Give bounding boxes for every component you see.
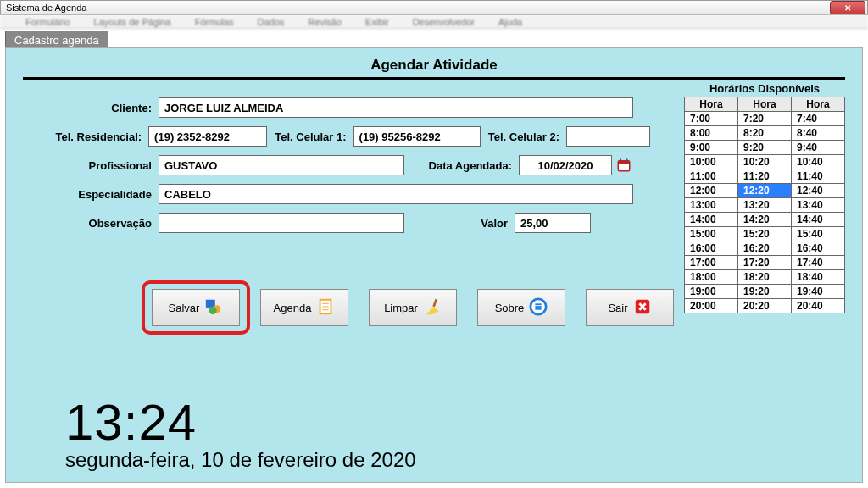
hours-cell[interactable]: 7:40 [792, 112, 845, 126]
hours-cell[interactable]: 14:40 [792, 213, 845, 227]
hours-cell[interactable]: 15:00 [685, 227, 738, 241]
label-tel-cel2: Tel. Celular 2: [481, 130, 566, 143]
hours-cell[interactable]: 16:00 [685, 241, 738, 256]
hours-cell[interactable]: 17:00 [685, 256, 738, 270]
clock-date: segunda-feira, 10 de fevereiro de 2020 [65, 448, 416, 472]
input-cliente[interactable] [159, 97, 633, 118]
agenda-button[interactable]: Agenda [260, 289, 348, 326]
label-profissional: Profissional [31, 159, 159, 172]
svg-rect-2 [620, 159, 622, 163]
hours-cell[interactable]: 8:00 [685, 126, 738, 141]
hours-cell[interactable]: 12:00 [685, 184, 738, 198]
limpar-button[interactable]: Limpar [369, 289, 457, 326]
hours-cell[interactable]: 20:40 [792, 299, 845, 313]
hours-cell[interactable]: 17:40 [792, 256, 845, 270]
hours-cell[interactable]: 19:40 [792, 285, 845, 299]
hours-cell[interactable]: 10:20 [738, 155, 792, 169]
exit-icon [633, 297, 652, 319]
input-tel-res[interactable] [148, 126, 267, 147]
limpar-label: Limpar [384, 302, 418, 314]
hours-table[interactable]: Hora Hora Hora 7:007:207:408:008:208:409… [684, 97, 845, 313]
svg-rect-1 [618, 161, 630, 164]
hours-cell[interactable]: 15:20 [738, 227, 792, 241]
hours-cell[interactable]: 18:00 [685, 270, 738, 285]
hours-cell[interactable]: 9:20 [738, 141, 792, 155]
calendar-icon[interactable] [615, 157, 632, 174]
label-tel-res: Tel. Residencial: [31, 130, 148, 143]
button-row: Salvar Agenda Limpar Sobre Sair [152, 289, 674, 326]
clock-widget: 13:24 segunda-feira, 10 de fevereiro de … [65, 393, 416, 472]
hours-cell[interactable]: 9:40 [792, 141, 845, 155]
label-especialidade: Especialidade [31, 188, 159, 201]
input-observacao[interactable] [159, 213, 404, 233]
input-data-agendada[interactable] [519, 155, 612, 175]
hours-cell[interactable]: 7:20 [738, 112, 792, 126]
input-profissional[interactable] [159, 155, 404, 175]
hours-cell[interactable]: 20:00 [685, 299, 738, 313]
hours-cell[interactable]: 17:20 [738, 256, 792, 270]
label-observacao: Observação [31, 217, 159, 230]
hours-cell[interactable]: 10:00 [685, 155, 738, 169]
hours-cell[interactable]: 15:40 [792, 227, 845, 241]
background-menubar: Formulário Layouts de Página Fórmulas Da… [0, 15, 868, 29]
hours-header: Hora [792, 97, 845, 112]
label-data-agendada: Data Agendada: [404, 159, 519, 172]
hours-cell[interactable]: 14:20 [738, 213, 792, 227]
hours-cell[interactable]: 18:20 [738, 270, 792, 285]
svg-point-6 [209, 307, 217, 314]
info-list-icon [529, 297, 548, 319]
svg-rect-11 [432, 298, 437, 307]
window-titlebar: Sistema de Agenda ✕ [0, 0, 868, 15]
hours-cell[interactable]: 13:20 [738, 198, 792, 213]
input-tel-cel2[interactable] [566, 126, 650, 147]
hours-cell[interactable]: 20:20 [738, 299, 792, 313]
label-valor: Valor [404, 217, 515, 230]
sair-button[interactable]: Sair [586, 289, 674, 326]
agenda-label: Agenda [274, 302, 312, 314]
hours-cell[interactable]: 13:00 [685, 198, 738, 213]
hours-cell[interactable]: 12:40 [792, 184, 845, 198]
label-cliente: Cliente: [31, 102, 159, 114]
clock-time: 13:24 [65, 393, 416, 452]
main-panel: Agendar Atividade Cliente: Tel. Residenc… [5, 47, 863, 483]
hours-cell[interactable]: 10:40 [792, 155, 845, 169]
hours-available: Horários Disponíveis Hora Hora Hora 7:00… [684, 82, 845, 313]
form-area: Cliente: Tel. Residencial: Tel. Celular … [31, 97, 650, 241]
close-icon: ✕ [844, 3, 851, 13]
hours-cell[interactable]: 9:00 [685, 141, 738, 155]
hours-cell[interactable]: 16:20 [738, 241, 792, 256]
hours-cell[interactable]: 11:20 [738, 169, 792, 184]
sobre-button[interactable]: Sobre [477, 289, 565, 326]
hours-cell[interactable]: 8:40 [792, 126, 845, 141]
svg-rect-3 [626, 159, 628, 163]
hours-cell[interactable]: 11:40 [792, 169, 845, 184]
broom-icon [423, 297, 442, 319]
input-tel-cel1[interactable] [353, 126, 481, 147]
hours-cell[interactable]: 7:00 [685, 112, 738, 126]
input-valor[interactable] [515, 213, 591, 233]
hours-header: Hora [738, 97, 792, 112]
hours-cell[interactable]: 13:40 [792, 198, 845, 213]
window-title: Sistema de Agenda [6, 3, 86, 13]
hours-cell[interactable]: 19:00 [685, 285, 738, 299]
hours-title: Horários Disponíveis [684, 82, 845, 95]
sobre-label: Sobre [495, 302, 525, 314]
hours-cell[interactable]: 18:40 [792, 270, 845, 285]
svg-rect-4 [206, 299, 215, 307]
salvar-label: Salvar [169, 302, 200, 314]
document-icon [316, 297, 335, 319]
sair-label: Sair [608, 302, 627, 314]
salvar-button[interactable]: Salvar [152, 289, 240, 326]
hours-cell[interactable]: 12:20 [738, 184, 792, 198]
window-close-button[interactable]: ✕ [830, 1, 865, 14]
page-title: Agendar Atividade [6, 57, 862, 74]
save-users-icon [204, 297, 223, 319]
title-rule [23, 77, 845, 80]
hours-cell[interactable]: 8:20 [738, 126, 792, 141]
hours-cell[interactable]: 11:00 [685, 169, 738, 184]
input-especialidade[interactable] [159, 184, 633, 204]
hours-cell[interactable]: 16:40 [792, 241, 845, 256]
hours-cell[interactable]: 19:20 [738, 285, 792, 299]
hours-cell[interactable]: 14:00 [685, 213, 738, 227]
hours-header: Hora [685, 97, 738, 112]
